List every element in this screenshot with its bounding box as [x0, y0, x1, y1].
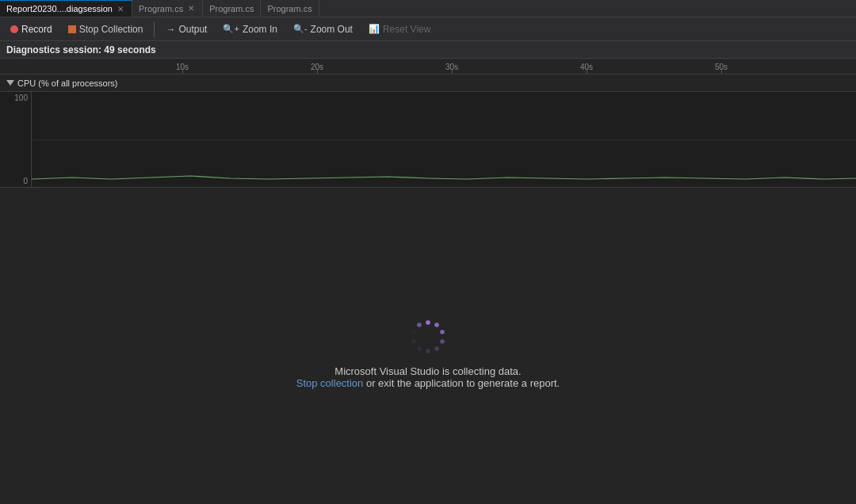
cpu-chart: 100 0 [0, 92, 856, 187]
tab-label-diagsession: Report20230....diagsession [6, 4, 113, 13]
tab-close-program1[interactable]: ✕ [186, 4, 196, 13]
tab-bar: Report20230....diagsession ✕ Program.cs … [0, 0, 856, 17]
zoom-in-button[interactable]: 🔍+ Zoom In [216, 20, 284, 39]
zoom-out-button[interactable]: 🔍- Zoom Out [286, 20, 360, 39]
diagnostics-status-bar: Diagnostics session: 49 seconds [0, 41, 856, 59]
tab-label-program1: Program.cs [139, 4, 183, 13]
svg-point-9 [417, 323, 422, 327]
zoom-out-label: Zoom Out [311, 24, 353, 35]
tab-close-diagsession[interactable]: ✕ [116, 5, 125, 13]
ruler-tick-label: 50s [715, 63, 728, 71]
collecting-message: Microsoft Visual Studio is collecting da… [296, 365, 560, 389]
tab-program2[interactable]: Program.cs [203, 0, 261, 17]
tab-label-program2: Program.cs [209, 4, 254, 13]
toolbar-separator-1 [154, 21, 155, 37]
zoom-in-label: Zoom In [243, 24, 277, 35]
diagnostics-session-label: Diagnostics session: 49 seconds [6, 44, 156, 55]
tab-program1[interactable]: Program.cs ✕ [132, 0, 203, 17]
collecting-text: Microsoft Visual Studio is collecting da… [296, 365, 560, 377]
output-arrow-icon: → [166, 24, 175, 35]
ruler-tick-label: 40s [580, 63, 593, 71]
loading-spinner [411, 319, 445, 354]
svg-point-3 [440, 339, 445, 344]
record-button[interactable]: Record [3, 20, 59, 39]
cpu-y-min: 0 [3, 177, 28, 185]
zoom-in-icon: 🔍+ [223, 24, 239, 34]
timeline-container: 10s20s30s40s50s CPU (% of all processors… [0, 59, 856, 188]
svg-point-8 [411, 330, 416, 334]
ruler-tick-label: 30s [445, 63, 458, 71]
timeline-ruler: 10s20s30s40s50s [0, 59, 856, 74]
cpu-chart-area [32, 92, 856, 187]
reset-view-label: Reset View [383, 24, 430, 35]
stop-collection-link[interactable]: Stop collection [296, 377, 364, 389]
tab-program3[interactable]: Program.cs [261, 0, 319, 17]
cpu-y-axis: 100 0 [0, 92, 32, 187]
record-dot-icon [10, 25, 18, 33]
svg-point-7 [411, 339, 416, 344]
reset-view-icon: 📊 [369, 24, 380, 34]
stop-icon [68, 25, 76, 33]
zoom-out-icon: 🔍- [293, 24, 308, 34]
output-button[interactable]: → Output [159, 20, 214, 39]
tab-diagsession[interactable]: Report20230....diagsession ✕ [0, 0, 132, 17]
collapse-icon [6, 80, 14, 86]
tab-label-program3: Program.cs [267, 4, 311, 13]
cpu-header-label: CPU (% of all processors) [17, 78, 118, 88]
svg-point-6 [417, 346, 422, 351]
svg-point-2 [440, 330, 445, 334]
svg-point-5 [426, 349, 430, 353]
reset-view-button[interactable]: 📊 Reset View [361, 20, 438, 39]
spinner-container: Microsoft Visual Studio is collecting da… [296, 319, 560, 389]
svg-point-1 [434, 323, 439, 327]
ruler-tick-label: 20s [311, 63, 323, 71]
stop-collection-button[interactable]: Stop Collection [61, 20, 151, 39]
collecting-sub: Stop collection or exit the application … [296, 377, 560, 389]
cpu-y-max: 100 [3, 94, 28, 102]
main-content-area: Microsoft Visual Studio is collecting da… [0, 188, 856, 504]
stop-collection-label: Stop Collection [79, 24, 143, 35]
spinner-svg [411, 319, 445, 354]
ruler-tick-label: 10s [176, 63, 189, 71]
cpu-graph-svg [32, 92, 856, 187]
svg-point-4 [434, 346, 439, 351]
svg-point-0 [426, 320, 430, 325]
cpu-section-header: CPU (% of all processors) [0, 74, 856, 92]
toolbar: Record Stop Collection → Output 🔍+ Zoom … [0, 17, 856, 41]
output-label: Output [178, 24, 207, 35]
record-label: Record [21, 24, 52, 35]
collecting-suffix: or exit the application to generate a re… [363, 377, 560, 389]
